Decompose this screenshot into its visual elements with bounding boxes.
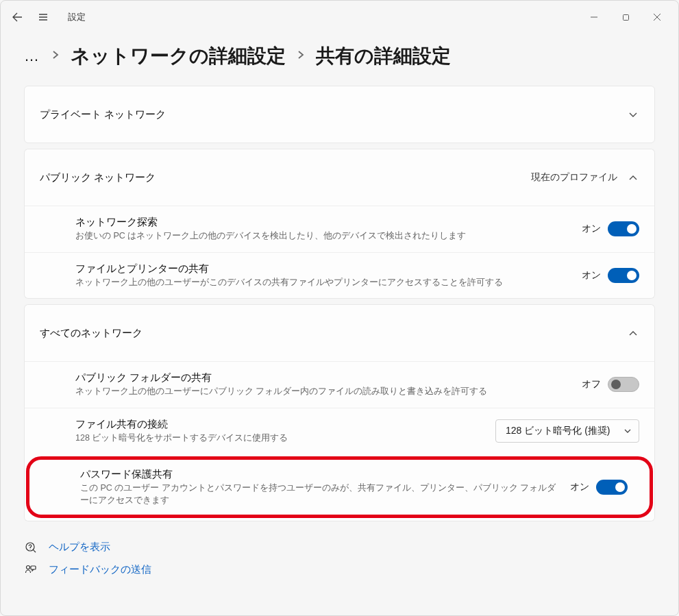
row-text: ファイル共有の接続 128 ビット暗号化をサポートするデバイスに使用する (40, 418, 495, 445)
row-file-sharing-connection: ファイル共有の接続 128 ビット暗号化をサポートするデバイスに使用する 128… (24, 408, 655, 454)
panel-public-header-card[interactable]: パブリック ネットワーク 現在のプロファイル (24, 149, 655, 206)
feedback-icon (24, 564, 38, 576)
toggle-state-label: オン (570, 481, 589, 493)
row-text: ファイルとプリンターの共有 ネットワーク上の他のユーザーがこのデバイスの共有ファ… (40, 262, 582, 289)
panel-public-network: パブリック ネットワーク 現在のプロファイル ネットワーク探索 お使いの PC … (24, 149, 655, 299)
panel-header-right (627, 327, 639, 339)
panel-title: すべてのネットワーク (40, 327, 143, 340)
breadcrumb-parent[interactable]: ネットワークの詳細設定 (71, 43, 286, 69)
chevron-up-icon (627, 327, 639, 339)
public-folder-sharing-toggle[interactable] (608, 377, 639, 392)
current-profile-badge: 現在のプロファイル (531, 171, 617, 184)
row-desc: 128 ビット暗号化をサポートするデバイスに使用する (75, 432, 484, 445)
row-file-printer-sharing: ファイルとプリンターの共有 ネットワーク上の他のユーザーがこのデバイスの共有ファ… (24, 252, 655, 299)
app-title: 設定 (68, 11, 86, 23)
back-button[interactable] (6, 6, 28, 28)
row-control: オン (582, 221, 639, 236)
titlebar-left: 設定 (6, 6, 86, 28)
network-discovery-toggle[interactable] (608, 221, 639, 236)
row-network-discovery: ネットワーク探索 お使いの PC はネットワーク上の他のデバイスを検出したり、他… (24, 206, 655, 252)
row-control: オン (582, 268, 639, 283)
highlight-ring: パスワード保護共有 この PC のユーザー アカウントとパスワードを持つユーザー… (26, 456, 653, 518)
row-title: ネットワーク探索 (75, 216, 571, 229)
feedback-label: フィードバックの送信 (49, 563, 151, 576)
row-text: パスワード保護共有 この PC のユーザー アカウントとパスワードを持つユーザー… (45, 468, 570, 506)
panel-header: プライベート ネットワーク (25, 86, 654, 143)
window-controls (578, 6, 673, 28)
panel-private-network[interactable]: プライベート ネットワーク (24, 86, 655, 143)
row-password-protected-sharing: パスワード保護共有 この PC のユーザー アカウントとパスワードを持つユーザー… (24, 454, 655, 521)
row-title: ファイル共有の接続 (75, 418, 484, 431)
row-text: パブリック フォルダーの共有 ネットワーク上の他のユーザーにパブリック フォルダ… (40, 371, 582, 398)
content: プライベート ネットワーク パブリック ネットワーク 現在のプロファイル (1, 86, 678, 521)
row-desc: お使いの PC はネットワーク上の他のデバイスを検出したり、他のデバイスで検出さ… (75, 230, 571, 243)
breadcrumb-ellipsis[interactable]: … (24, 47, 40, 65)
panel-header: すべてのネットワーク (25, 305, 654, 361)
help-icon (24, 541, 38, 554)
panel-title: パブリック ネットワーク (40, 171, 156, 184)
svg-rect-4 (31, 566, 36, 569)
chevron-right-icon (51, 50, 60, 62)
panel-all-header-card[interactable]: すべてのネットワーク (24, 304, 655, 361)
row-public-folder-sharing: パブリック フォルダーの共有 ネットワーク上の他のユーザーにパブリック フォルダ… (24, 361, 655, 408)
panel-all-networks: すべてのネットワーク パブリック フォルダーの共有 ネットワーク上の他のユーザー… (24, 304, 655, 521)
panel-title: プライベート ネットワーク (40, 108, 166, 121)
row-control: オン (570, 480, 628, 495)
toggle-state-label: オフ (582, 378, 601, 391)
row-title: ファイルとプリンターの共有 (75, 262, 571, 275)
help-label: ヘルプを表示 (49, 541, 110, 554)
svg-point-2 (30, 549, 31, 550)
chevron-up-icon (627, 171, 639, 184)
toggle-state-label: オン (582, 223, 601, 235)
close-button[interactable] (641, 6, 673, 28)
feedback-link[interactable]: フィードバックの送信 (24, 563, 655, 576)
minimize-button[interactable] (578, 6, 610, 28)
row-control: 128 ビット暗号化 (推奨) (495, 419, 639, 443)
panel-header-right (627, 108, 639, 121)
panel-header: パブリック ネットワーク 現在のプロファイル (25, 149, 654, 206)
password-protected-sharing-toggle[interactable] (596, 480, 628, 495)
svg-rect-0 (623, 14, 628, 20)
file-printer-sharing-toggle[interactable] (608, 268, 639, 283)
panel-header-right: 現在のプロファイル (531, 171, 639, 184)
row-title: パスワード保護共有 (80, 468, 559, 481)
encryption-dropdown[interactable]: 128 ビット暗号化 (推奨) (495, 419, 639, 443)
titlebar: 設定 (1, 1, 678, 34)
breadcrumb-current: 共有の詳細設定 (316, 43, 451, 69)
row-control: オフ (582, 377, 639, 392)
chevron-down-icon (627, 108, 639, 121)
row-desc: この PC のユーザー アカウントとパスワードを持つユーザーのみが、共有ファイル… (80, 482, 559, 506)
row-desc: ネットワーク上の他のユーザーにパブリック フォルダー内のファイルの読み取りと書き… (75, 386, 571, 398)
chevron-right-icon (297, 50, 305, 62)
row-desc: ネットワーク上の他のユーザーがこのデバイスの共有ファイルやプリンターにアクセスす… (75, 277, 571, 289)
menu-button[interactable] (32, 6, 54, 28)
dropdown-value: 128 ビット暗号化 (推奨) (506, 425, 610, 437)
svg-point-3 (27, 565, 30, 569)
row-title: パブリック フォルダーの共有 (75, 371, 571, 384)
breadcrumb: … ネットワークの詳細設定 共有の詳細設定 (1, 34, 678, 86)
row-text: ネットワーク探索 お使いの PC はネットワーク上の他のデバイスを検出したり、他… (40, 216, 582, 243)
help-link[interactable]: ヘルプを表示 (24, 541, 655, 554)
toggle-state-label: オン (582, 269, 601, 282)
maximize-button[interactable] (610, 6, 641, 28)
svg-point-1 (26, 543, 34, 551)
footer-links: ヘルプを表示 フィードバックの送信 (1, 527, 678, 600)
settings-window: 設定 … ネットワークの詳細設定 共有の詳細設定 プラ (0, 0, 679, 616)
